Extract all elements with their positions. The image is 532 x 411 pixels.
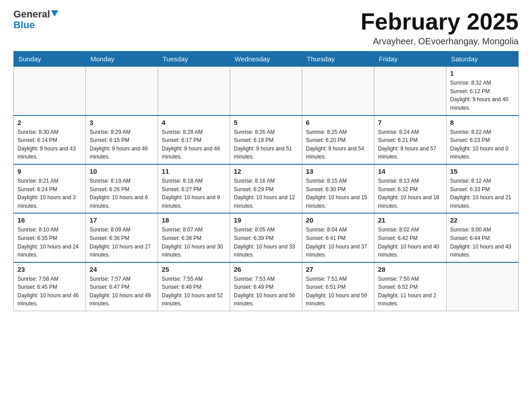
calendar-day-cell: 15Sunrise: 8:12 AMSunset: 6:33 PMDayligh…	[446, 164, 519, 213]
day-number: 1	[450, 69, 515, 77]
col-header-friday: Friday	[374, 51, 446, 67]
calendar-week-row: 23Sunrise: 7:58 AMSunset: 6:45 PMDayligh…	[14, 262, 519, 311]
day-info: Sunrise: 8:21 AMSunset: 6:24 PMDaylight:…	[17, 177, 82, 210]
day-info: Sunrise: 7:58 AMSunset: 6:45 PMDaylight:…	[17, 275, 82, 308]
logo-text: General Blue	[13, 9, 58, 30]
col-header-saturday: Saturday	[446, 51, 519, 67]
day-number: 4	[162, 119, 226, 126]
col-header-thursday: Thursday	[302, 51, 374, 67]
day-number: 26	[234, 265, 298, 273]
calendar-day-cell: 18Sunrise: 8:07 AMSunset: 6:38 PMDayligh…	[158, 213, 230, 262]
day-info: Sunrise: 8:22 AMSunset: 6:23 PMDaylight:…	[450, 128, 515, 161]
calendar-table: SundayMondayTuesdayWednesdayThursdayFrid…	[13, 51, 519, 311]
calendar-day-cell: 10Sunrise: 8:19 AMSunset: 6:26 PMDayligh…	[86, 164, 158, 213]
calendar-day-cell: 11Sunrise: 8:18 AMSunset: 6:27 PMDayligh…	[158, 164, 230, 213]
day-info: Sunrise: 8:13 AMSunset: 6:32 PMDaylight:…	[378, 177, 442, 210]
calendar-day-cell: 4Sunrise: 8:28 AMSunset: 6:17 PMDaylight…	[158, 116, 230, 164]
day-info: Sunrise: 8:05 AMSunset: 6:39 PMDaylight:…	[234, 226, 298, 259]
calendar-day-cell: 22Sunrise: 8:00 AMSunset: 6:44 PMDayligh…	[446, 213, 519, 262]
calendar-day-cell: 21Sunrise: 8:02 AMSunset: 6:42 PMDayligh…	[374, 213, 446, 262]
calendar-day-cell: 16Sunrise: 8:10 AMSunset: 6:35 PMDayligh…	[14, 213, 86, 262]
day-number: 7	[378, 119, 442, 126]
calendar-day-cell: 20Sunrise: 8:04 AMSunset: 6:41 PMDayligh…	[302, 213, 374, 262]
calendar-day-cell: 17Sunrise: 8:09 AMSunset: 6:36 PMDayligh…	[86, 213, 158, 262]
logo-blue-text: Blue	[13, 19, 35, 30]
calendar-day-cell: 8Sunrise: 8:22 AMSunset: 6:23 PMDaylight…	[446, 116, 519, 164]
calendar-header-row: SundayMondayTuesdayWednesdayThursdayFrid…	[14, 51, 519, 67]
day-number: 25	[162, 265, 226, 273]
calendar-title: February 2025	[360, 9, 519, 34]
day-number: 15	[450, 167, 515, 175]
calendar-week-row: 1Sunrise: 8:32 AMSunset: 6:12 PMDaylight…	[14, 67, 519, 116]
day-number: 6	[306, 119, 370, 126]
calendar-day-cell	[302, 67, 374, 116]
day-number: 2	[17, 119, 82, 126]
day-info: Sunrise: 8:28 AMSunset: 6:17 PMDaylight:…	[162, 128, 226, 161]
day-info: Sunrise: 8:19 AMSunset: 6:26 PMDaylight:…	[90, 177, 154, 210]
day-number: 12	[234, 167, 298, 175]
calendar-subtitle: Arvayheer, OEvoerhangay, Mongolia	[360, 36, 519, 47]
calendar-day-cell	[86, 67, 158, 116]
calendar-day-cell	[14, 67, 86, 116]
day-info: Sunrise: 8:26 AMSunset: 6:18 PMDaylight:…	[234, 128, 298, 161]
day-number: 22	[450, 216, 515, 224]
calendar-day-cell	[446, 262, 519, 311]
day-number: 19	[234, 216, 298, 224]
day-info: Sunrise: 8:15 AMSunset: 6:30 PMDaylight:…	[306, 177, 370, 210]
calendar-day-cell: 28Sunrise: 7:50 AMSunset: 6:52 PMDayligh…	[374, 262, 446, 311]
day-number: 18	[162, 216, 226, 224]
logo-triangle-icon	[51, 10, 58, 17]
day-number: 9	[17, 167, 82, 175]
day-info: Sunrise: 8:16 AMSunset: 6:29 PMDaylight:…	[234, 177, 298, 210]
calendar-day-cell: 2Sunrise: 8:30 AMSunset: 6:14 PMDaylight…	[14, 116, 86, 164]
page-header: General Blue February 2025 Arvayheer, OE…	[13, 9, 519, 47]
calendar-day-cell: 19Sunrise: 8:05 AMSunset: 6:39 PMDayligh…	[230, 213, 302, 262]
day-number: 8	[450, 119, 515, 126]
calendar-day-cell: 5Sunrise: 8:26 AMSunset: 6:18 PMDaylight…	[230, 116, 302, 164]
day-number: 20	[306, 216, 370, 224]
day-number: 21	[378, 216, 442, 224]
day-info: Sunrise: 7:57 AMSunset: 6:47 PMDaylight:…	[90, 275, 154, 308]
calendar-week-row: 16Sunrise: 8:10 AMSunset: 6:35 PMDayligh…	[14, 213, 519, 262]
logo: General Blue	[13, 9, 58, 30]
day-number: 24	[90, 265, 154, 273]
calendar-day-cell: 12Sunrise: 8:16 AMSunset: 6:29 PMDayligh…	[230, 164, 302, 213]
day-number: 11	[162, 167, 226, 175]
day-info: Sunrise: 8:25 AMSunset: 6:20 PMDaylight:…	[306, 128, 370, 161]
calendar-day-cell	[158, 67, 230, 116]
calendar-day-cell: 7Sunrise: 8:24 AMSunset: 6:21 PMDaylight…	[374, 116, 446, 164]
calendar-week-row: 9Sunrise: 8:21 AMSunset: 6:24 PMDaylight…	[14, 164, 519, 213]
col-header-wednesday: Wednesday	[230, 51, 302, 67]
day-info: Sunrise: 7:50 AMSunset: 6:52 PMDaylight:…	[378, 275, 442, 308]
day-number: 3	[90, 119, 154, 126]
day-info: Sunrise: 8:24 AMSunset: 6:21 PMDaylight:…	[378, 128, 442, 161]
day-info: Sunrise: 8:02 AMSunset: 6:42 PMDaylight:…	[378, 226, 442, 259]
day-info: Sunrise: 7:55 AMSunset: 6:48 PMDaylight:…	[162, 275, 226, 308]
calendar-day-cell: 14Sunrise: 8:13 AMSunset: 6:32 PMDayligh…	[374, 164, 446, 213]
calendar-day-cell: 1Sunrise: 8:32 AMSunset: 6:12 PMDaylight…	[446, 67, 519, 116]
calendar-day-cell: 27Sunrise: 7:51 AMSunset: 6:51 PMDayligh…	[302, 262, 374, 311]
calendar-day-cell: 23Sunrise: 7:58 AMSunset: 6:45 PMDayligh…	[14, 262, 86, 311]
calendar-day-cell	[230, 67, 302, 116]
day-number: 27	[306, 265, 370, 273]
calendar-day-cell: 26Sunrise: 7:53 AMSunset: 6:49 PMDayligh…	[230, 262, 302, 311]
day-number: 16	[17, 216, 82, 224]
day-info: Sunrise: 8:29 AMSunset: 6:15 PMDaylight:…	[90, 128, 154, 161]
calendar-day-cell	[374, 67, 446, 116]
calendar-day-cell: 13Sunrise: 8:15 AMSunset: 6:30 PMDayligh…	[302, 164, 374, 213]
col-header-monday: Monday	[86, 51, 158, 67]
day-number: 13	[306, 167, 370, 175]
day-info: Sunrise: 8:18 AMSunset: 6:27 PMDaylight:…	[162, 177, 226, 210]
day-info: Sunrise: 7:53 AMSunset: 6:49 PMDaylight:…	[234, 275, 298, 308]
day-info: Sunrise: 8:12 AMSunset: 6:33 PMDaylight:…	[450, 177, 515, 210]
calendar-week-row: 2Sunrise: 8:30 AMSunset: 6:14 PMDaylight…	[14, 116, 519, 164]
calendar-day-cell: 6Sunrise: 8:25 AMSunset: 6:20 PMDaylight…	[302, 116, 374, 164]
col-header-sunday: Sunday	[14, 51, 86, 67]
day-info: Sunrise: 8:07 AMSunset: 6:38 PMDaylight:…	[162, 226, 226, 259]
calendar-day-cell: 25Sunrise: 7:55 AMSunset: 6:48 PMDayligh…	[158, 262, 230, 311]
day-number: 28	[378, 265, 442, 273]
day-number: 17	[90, 216, 154, 224]
day-info: Sunrise: 8:30 AMSunset: 6:14 PMDaylight:…	[17, 128, 82, 161]
day-info: Sunrise: 7:51 AMSunset: 6:51 PMDaylight:…	[306, 275, 370, 308]
calendar-title-area: February 2025 Arvayheer, OEvoerhangay, M…	[360, 9, 519, 47]
